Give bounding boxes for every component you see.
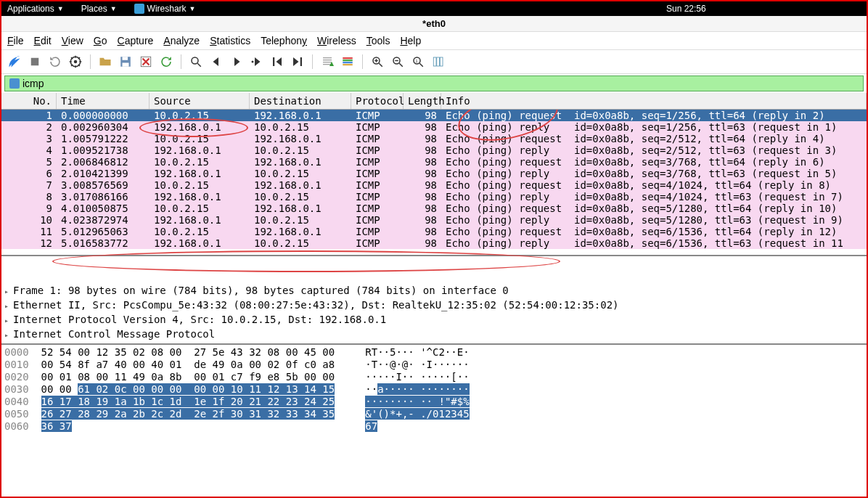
close-file-button[interactable]: [137, 53, 155, 70]
cell-src: 10.0.2.15: [150, 110, 250, 121]
menu-telephony[interactable]: Telephony: [261, 35, 307, 46]
col-header-info[interactable]: Info: [441, 93, 867, 109]
detail-tree-item[interactable]: Ethernet II, Src: PcsCompu_5e:43:32 (08:…: [4, 298, 864, 313]
packet-row[interactable]: 31.00579122210.0.2.15192.168.0.1ICMP98Ec…: [1, 133, 867, 144]
hex-line[interactable]: 0030 00 00 61 02 0c 00 00 00 00 00 10 11…: [4, 383, 864, 396]
menu-help[interactable]: Help: [400, 35, 421, 46]
detail-tree-item[interactable]: Frame 1: 98 bytes on wire (784 bits), 98…: [4, 284, 864, 298]
restart-capture-button[interactable]: [46, 53, 64, 70]
display-filter-bar[interactable]: [4, 75, 864, 91]
cell-src: 192.168.0.1: [150, 168, 250, 179]
cell-time: 0.000000000: [57, 110, 150, 121]
packet-row[interactable]: 41.009521738192.168.0.110.0.2.15ICMP98Ec…: [1, 144, 867, 156]
hex-line[interactable]: 0000 52 54 00 12 35 02 08 00 27 5e 43 32…: [4, 346, 864, 359]
svg-rect-14: [343, 64, 353, 65]
capture-options-button[interactable]: [67, 53, 84, 70]
go-last-button[interactable]: [289, 53, 306, 70]
menu-capture[interactable]: Capture: [118, 35, 154, 46]
packet-row[interactable]: 62.010421399192.168.0.110.0.2.15ICMP98Ec…: [1, 168, 867, 179]
cell-info: Echo (ping) reply id=0x0a8b, seq=1/256, …: [441, 121, 867, 133]
col-header-source[interactable]: Source: [150, 93, 250, 109]
svg-rect-4: [123, 57, 128, 60]
cell-len: 98: [404, 110, 441, 121]
packet-list-pane[interactable]: No. Time Source Destination Protocol Len…: [1, 93, 867, 255]
menu-tools[interactable]: Tools: [367, 35, 390, 46]
menu-go[interactable]: Go: [94, 35, 107, 46]
hex-line[interactable]: 0060 36 37 67: [4, 420, 864, 433]
cell-proto: ICMP: [351, 156, 404, 168]
go-to-packet-button[interactable]: [248, 53, 266, 70]
go-first-button[interactable]: [269, 53, 286, 70]
svg-rect-12: [343, 60, 353, 61]
menu-statistics[interactable]: Statistics: [210, 35, 250, 46]
reload-file-button[interactable]: [157, 53, 175, 70]
svg-point-8: [252, 61, 254, 63]
cell-dst: 10.0.2.15: [250, 191, 351, 203]
detail-tree-item[interactable]: Internet Protocol Version 4, Src: 10.0.2…: [4, 313, 864, 327]
cell-len: 98: [404, 144, 441, 156]
cell-len: 98: [404, 191, 441, 203]
cell-dst: 192.168.0.1: [250, 179, 351, 191]
packet-details-pane[interactable]: Frame 1: 98 bytes on wire (784 bits), 98…: [1, 255, 867, 343]
cell-time: 3.017086166: [57, 191, 150, 203]
cell-dst: 10.0.2.15: [250, 144, 351, 156]
resize-columns-button[interactable]: [430, 53, 447, 70]
cell-no: 11: [1, 226, 57, 237]
hex-line[interactable]: 0020 00 01 08 00 11 49 0a 8b 00 01 c7 f9…: [4, 371, 864, 383]
auto-scroll-button[interactable]: [319, 53, 336, 70]
save-file-button[interactable]: [117, 53, 134, 70]
go-next-button[interactable]: [228, 53, 245, 70]
packet-row[interactable]: 10.00000000010.0.2.15192.168.0.1ICMP98Ec…: [1, 110, 867, 121]
stop-capture-button[interactable]: [26, 53, 44, 70]
col-header-destination[interactable]: Destination: [250, 93, 351, 109]
cell-len: 98: [404, 133, 441, 144]
go-prev-button[interactable]: [208, 53, 225, 70]
hex-line[interactable]: 0040 16 17 18 19 1a 1b 1c 1d 1e 1f 20 21…: [4, 396, 864, 408]
zoom-reset-button[interactable]: 1: [409, 53, 427, 70]
menu-analyze[interactable]: Analyze: [163, 35, 200, 46]
cell-dst: 192.168.0.1: [250, 133, 351, 144]
app-indicator-wireshark[interactable]: Wireshark▼: [134, 4, 196, 14]
cell-src: 10.0.2.15: [150, 203, 250, 214]
cell-proto: ICMP: [351, 121, 404, 133]
packet-row[interactable]: 73.00857656910.0.2.15192.168.0.1ICMP98Ec…: [1, 179, 867, 191]
menu-edit[interactable]: Edit: [34, 35, 52, 46]
hex-line[interactable]: 0010 00 54 8f a7 40 00 40 01 de 49 0a 00…: [4, 359, 864, 371]
packet-row[interactable]: 20.002960304192.168.0.110.0.2.15ICMP98Ec…: [1, 121, 867, 133]
col-header-no[interactable]: No.: [1, 93, 57, 109]
cell-time: 1.009521738: [57, 144, 150, 156]
svg-rect-19: [433, 57, 436, 66]
packet-row[interactable]: 104.023872974192.168.0.110.0.2.15ICMP98E…: [1, 214, 867, 226]
zoom-out-button[interactable]: [389, 53, 406, 70]
start-capture-button[interactable]: [6, 53, 23, 70]
packet-row[interactable]: 125.016583772192.168.0.110.0.2.15ICMP98E…: [1, 237, 867, 249]
detail-tree-item[interactable]: Internet Control Message Protocol: [4, 327, 864, 342]
packet-row[interactable]: 115.01296506310.0.2.15192.168.0.1ICMP98E…: [1, 226, 867, 237]
colorize-button[interactable]: [339, 53, 356, 70]
col-header-time[interactable]: Time: [57, 93, 150, 109]
packet-row[interactable]: 83.017086166192.168.0.110.0.2.15ICMP98Ec…: [1, 191, 867, 203]
filter-bookmark-icon[interactable]: [9, 78, 20, 89]
applications-menu[interactable]: Applications▼: [7, 4, 64, 14]
menu-wireless[interactable]: Wireless: [317, 35, 356, 46]
cell-info: Echo (ping) reply id=0x0a8b, seq=5/1280,…: [441, 214, 867, 226]
menu-file[interactable]: File: [7, 35, 24, 46]
cell-src: 192.168.0.1: [150, 144, 250, 156]
find-packet-button[interactable]: [187, 53, 205, 70]
col-header-length[interactable]: Length: [404, 93, 441, 109]
cell-time: 5.016583772: [57, 237, 150, 249]
col-header-protocol[interactable]: Protocol: [351, 93, 404, 109]
places-menu[interactable]: Places▼: [81, 4, 117, 14]
zoom-in-button[interactable]: [369, 53, 386, 70]
cell-dst: 10.0.2.15: [250, 237, 351, 249]
packet-bytes-pane[interactable]: 0000 52 54 00 12 35 02 08 00 27 5e 43 32…: [1, 343, 867, 434]
menu-view[interactable]: View: [62, 35, 83, 46]
packet-row[interactable]: 52.00684681210.0.2.15192.168.0.1ICMP98Ec…: [1, 156, 867, 168]
display-filter-input[interactable]: [22, 78, 859, 89]
open-file-button[interactable]: [97, 53, 114, 70]
packet-list-header[interactable]: No. Time Source Destination Protocol Len…: [1, 93, 867, 110]
hex-line[interactable]: 0050 26 27 28 29 2a 2b 2c 2d 2e 2f 30 31…: [4, 408, 864, 420]
packet-row[interactable]: 94.01005087510.0.2.15192.168.0.1ICMP98Ec…: [1, 203, 867, 214]
cell-src: 192.168.0.1: [150, 191, 250, 203]
window-title: *eth0: [1, 16, 867, 32]
